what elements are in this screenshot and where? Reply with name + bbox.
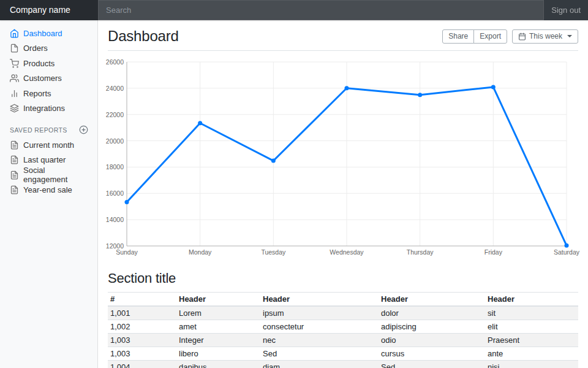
top-navbar: Company name Sign out: [0, 0, 588, 20]
svg-text:Tuesday: Tuesday: [261, 248, 286, 256]
table-body: 1,001Loremipsumdolorsit1,002ametconsecte…: [108, 306, 578, 368]
column-header: Header: [176, 293, 260, 307]
file-text-icon: [10, 185, 19, 194]
sidebar-item-label: Last quarter: [23, 155, 66, 164]
sidebar-item-label: Integrations: [23, 104, 65, 113]
this-week-dropdown[interactable]: This week: [512, 29, 578, 44]
sidebar-item-year-end-sale[interactable]: Year-end sale: [0, 183, 98, 198]
table-row: 1,001Loremipsumdolorsit: [108, 306, 578, 320]
saved-reports-heading: Saved reports: [0, 125, 98, 134]
column-header: Header: [260, 293, 379, 307]
page-header: Dashboard Share Export This week: [108, 28, 578, 51]
table-cell: nec: [260, 334, 379, 347]
table-cell: diam: [260, 361, 379, 368]
svg-text:Monday: Monday: [189, 248, 212, 256]
table-head: #HeaderHeaderHeaderHeader: [108, 293, 578, 307]
table-cell: Sed: [260, 347, 379, 361]
search-input[interactable]: [98, 0, 544, 20]
svg-text:Sunday: Sunday: [116, 248, 138, 256]
svg-text:Thursday: Thursday: [407, 248, 434, 256]
chart-container: 1200014000160001800020000220002400026000…: [108, 56, 578, 261]
main-content: Dashboard Share Export This week 1200014…: [98, 20, 588, 368]
sidebar-item-label: Customers: [23, 74, 62, 83]
svg-text:24000: 24000: [106, 85, 124, 92]
sidebar-item-reports[interactable]: Reports: [0, 86, 98, 101]
table-cell: consectetur: [260, 320, 379, 334]
table-row: 1,003IntegernecodioPraesent: [108, 334, 578, 347]
page-title: Dashboard: [108, 28, 179, 45]
file-icon: [10, 44, 19, 53]
caret-down-icon: [567, 35, 572, 37]
table-row: 1,003liberoSedcursusante: [108, 347, 578, 361]
calendar-icon: [518, 33, 526, 40]
table-cell: 1,001: [108, 306, 176, 320]
sidebar-item-label: Dashboard: [23, 29, 62, 38]
section-title: Section title: [108, 270, 578, 286]
svg-text:20000: 20000: [106, 137, 124, 145]
data-table: #HeaderHeaderHeaderHeader 1,001Loremipsu…: [108, 292, 578, 368]
table-cell: adipiscing: [379, 320, 485, 334]
svg-text:Saturday: Saturday: [554, 248, 580, 256]
table-cell: Sed: [379, 361, 485, 368]
svg-text:14000: 14000: [106, 216, 124, 223]
table-cell: Integer: [176, 334, 260, 347]
table-cell: 1,003: [108, 334, 176, 347]
svg-text:16000: 16000: [106, 190, 124, 197]
navbar-brand[interactable]: Company name: [0, 0, 98, 20]
column-header: #: [108, 293, 176, 307]
table-cell: elit: [485, 320, 578, 334]
sidebar-item-integrations[interactable]: Integrations: [0, 101, 98, 117]
sidebar-item-customers[interactable]: Customers: [0, 71, 98, 86]
sidebar-item-label: Year-end sale: [23, 185, 72, 194]
toolbar: Share Export This week: [442, 29, 578, 44]
table-cell: 1,004: [108, 361, 176, 368]
column-header: Header: [379, 293, 485, 307]
export-button[interactable]: Export: [473, 29, 507, 44]
table-cell: Praesent: [485, 334, 578, 347]
svg-text:Wednesday: Wednesday: [330, 248, 364, 256]
table-cell: dapibus: [176, 361, 260, 368]
header-row: #HeaderHeaderHeaderHeader: [108, 293, 578, 307]
column-header: Header: [485, 293, 578, 307]
share-button[interactable]: Share: [442, 29, 474, 44]
table-cell: libero: [176, 347, 260, 361]
svg-text:Friday: Friday: [484, 248, 503, 256]
sidebar-item-orders[interactable]: Orders: [0, 41, 98, 56]
plus-circle-icon[interactable]: [79, 125, 88, 134]
this-week-label: This week: [529, 32, 562, 40]
file-text-icon: [10, 155, 19, 164]
table-cell: nisi: [485, 361, 578, 368]
table-cell: ante: [485, 347, 578, 361]
saved-reports-label: Saved reports: [10, 126, 67, 134]
sidebar: Dashboard Orders Products Customers Repo…: [0, 20, 98, 368]
sidebar-item-dashboard[interactable]: Dashboard: [0, 26, 98, 41]
saved-reports-list: Current month Last quarter Social engage…: [0, 137, 98, 197]
sidebar-item-current-month[interactable]: Current month: [0, 137, 98, 153]
bar-chart-icon: [10, 89, 19, 98]
sidebar-item-label: Current month: [23, 140, 74, 150]
home-icon: [10, 29, 19, 38]
shopping-cart-icon: [10, 59, 19, 68]
traffic-chart: 1200014000160001800020000220002400026000…: [108, 56, 578, 261]
layers-icon: [10, 104, 19, 113]
sidebar-item-label: Products: [23, 59, 55, 68]
table-row: 1,002ametconsecteturadipiscingelit: [108, 320, 578, 334]
file-text-icon: [10, 140, 19, 150]
sidebar-item-label: Social engagement: [23, 166, 88, 184]
table-cell: cursus: [379, 347, 485, 361]
sign-out-link[interactable]: Sign out: [544, 0, 588, 20]
table-cell: amet: [176, 320, 260, 334]
table-cell: Lorem: [176, 306, 260, 320]
table-cell: dolor: [379, 306, 485, 320]
sidebar-item-label: Orders: [23, 44, 48, 53]
file-text-icon: [10, 171, 19, 180]
table-cell: 1,003: [108, 347, 176, 361]
svg-text:26000: 26000: [106, 58, 124, 66]
sidebar-item-products[interactable]: Products: [0, 56, 98, 71]
sidebar-item-label: Reports: [23, 89, 51, 98]
table-row: 1,004dapibusdiamSednisi: [108, 361, 578, 368]
table-cell: 1,002: [108, 320, 176, 334]
users-icon: [10, 74, 19, 83]
sidebar-item-social-engagement[interactable]: Social engagement: [0, 167, 98, 183]
table-cell: sit: [485, 306, 578, 320]
